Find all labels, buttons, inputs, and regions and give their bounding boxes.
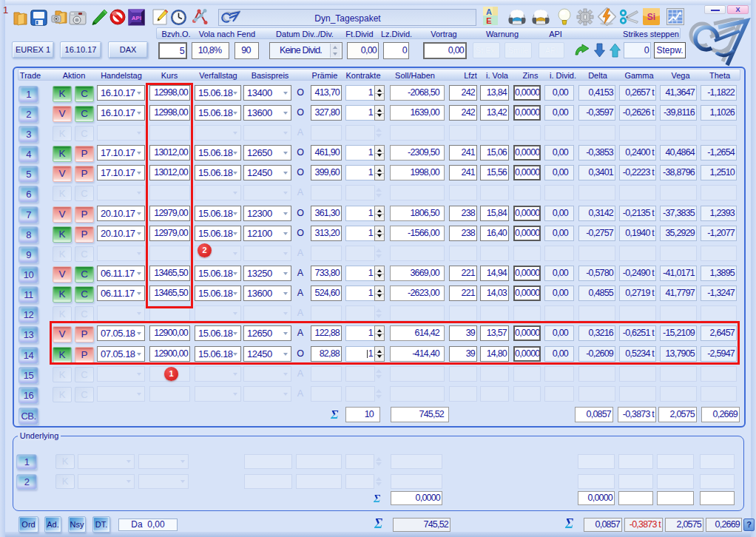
svg-text:A: A <box>486 7 492 16</box>
svg-text:API: API <box>132 15 141 21</box>
svg-text:E: E <box>486 16 491 25</box>
svg-text:Si: Si <box>647 12 655 22</box>
